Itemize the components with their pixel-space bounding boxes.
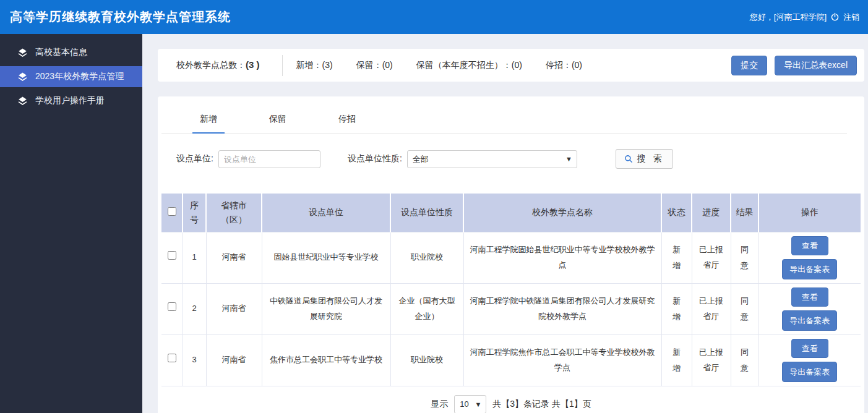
header-result: 结果	[731, 194, 758, 232]
export-record-button[interactable]: 导出备案表	[782, 310, 837, 331]
stats-divider	[282, 55, 283, 76]
sidebar-item-user-manual[interactable]: 学校用户操作手册	[0, 90, 142, 111]
cell-status: 新增	[661, 283, 692, 334]
layers-icon	[17, 72, 28, 82]
tabs: 新增 保留 停招	[161, 108, 847, 134]
stats-buttons: 提交 导出汇总表excel	[731, 56, 857, 75]
header-status: 状态	[661, 194, 692, 232]
content-panel: 新增 保留 停招 设点单位: 设点单位性质: 全部 ▼	[158, 96, 864, 413]
submit-button[interactable]: 提交	[731, 56, 767, 75]
tab-stop[interactable]: 停招	[331, 108, 363, 134]
header-nature: 设点单位性质	[390, 194, 463, 232]
cell-actions: 查看 导出备案表	[758, 283, 861, 334]
cell-progress: 已上报省厅	[692, 232, 731, 283]
stat-new: 新增：(3)	[296, 60, 333, 71]
header-point-name: 校外教学点名称	[463, 194, 661, 232]
search-button-label: 搜 索	[637, 153, 664, 164]
tab-retain[interactable]: 保留	[262, 108, 294, 134]
table-row: 2 河南省 中铁隧道局集团有限公司人才发展研究院 企业（国有大型企业） 河南工程…	[161, 283, 861, 334]
stat-value: (3)	[322, 60, 333, 70]
cell-actions: 查看 导出备案表	[758, 232, 861, 283]
cell-seq: 2	[183, 283, 206, 334]
cell-unit: 中铁隧道局集团有限公司人才发展研究院	[262, 283, 390, 334]
header-checkbox-cell	[161, 194, 183, 232]
row-checkbox[interactable]	[168, 251, 176, 260]
user-greeting: 您好，[河南工程学院]	[750, 12, 827, 23]
cell-nature: 职业院校	[390, 232, 463, 283]
cell-point-name: 河南工程学院焦作市总工会职工中等专业学校校外教学点	[463, 334, 661, 386]
table-row: 3 河南省 焦作市总工会职工中等专业学校 职业院校 河南工程学院焦作市总工会职工…	[161, 334, 861, 386]
unit-input[interactable]	[218, 150, 320, 168]
header-seq: 序号	[183, 194, 206, 232]
unit-label: 设点单位:	[176, 153, 213, 164]
layers-icon	[17, 48, 28, 58]
header-progress: 进度	[692, 194, 731, 232]
page-size-label: 显示	[431, 399, 448, 410]
cell-unit: 固始县世纪职业中等专业学校	[262, 232, 390, 283]
stat-total-label: 校外教学点总数：	[176, 60, 246, 70]
sidebar-item-2023-teaching-points[interactable]: 2023年校外教学点管理	[0, 66, 142, 87]
stats-panel: 校外教学点总数：(3 ) 新增：(3) 保留：(0) 保留（本年度不招生）：(0…	[158, 49, 864, 82]
cell-seq: 1	[183, 232, 206, 283]
row-checkbox[interactable]	[168, 354, 176, 362]
layers-icon	[17, 96, 28, 106]
cell-actions: 查看 导出备案表	[758, 334, 861, 386]
power-icon[interactable]	[830, 12, 840, 22]
nature-select[interactable]: 全部	[407, 150, 577, 168]
teaching-points-table: 序号 省辖市（区） 设点单位 设点单位性质 校外教学点名称 状态 进度 结果 操…	[161, 194, 861, 386]
sidebar-item-label: 高校基本信息	[35, 47, 87, 58]
cell-nature: 企业（国有大型企业）	[390, 283, 463, 334]
header-city: 省辖市（区）	[206, 194, 262, 232]
stat-retain-no-enroll: 保留（本年度不招生）：(0)	[416, 60, 522, 71]
search-button[interactable]: 搜 索	[616, 149, 673, 169]
table-container: 序号 省辖市（区） 设点单位 设点单位性质 校外教学点名称 状态 进度 结果 操…	[161, 194, 861, 386]
stat-total: 校外教学点总数：(3 )	[176, 59, 260, 71]
sidebar-item-university-info[interactable]: 高校基本信息	[0, 42, 142, 63]
cell-checkbox	[161, 283, 183, 334]
export-record-button[interactable]: 导出备案表	[782, 362, 837, 382]
search-form: 设点单位: 设点单位性质: 全部 ▼ 搜 索	[176, 149, 864, 169]
export-summary-excel-button[interactable]: 导出汇总表excel	[775, 56, 857, 75]
cell-nature: 职业院校	[390, 334, 463, 386]
sidebar: 高校基本信息 2023年校外教学点管理 学校用户操作手册	[0, 34, 142, 413]
page-size-select[interactable]: 10	[454, 395, 486, 413]
cell-result: 同意	[731, 334, 758, 386]
stat-value: (0)	[572, 60, 582, 70]
page-size-select-wrap: 10 ▼	[454, 395, 486, 413]
cell-status: 新增	[661, 334, 692, 386]
cell-status: 新增	[661, 232, 692, 283]
nature-label: 设点单位性质:	[348, 153, 402, 164]
cell-unit: 焦作市总工会职工中等专业学校	[262, 334, 390, 386]
cell-progress: 已上报省厅	[692, 334, 731, 386]
stat-label: 保留：	[356, 60, 382, 70]
logout-link[interactable]: 注销	[843, 12, 859, 23]
select-all-checkbox[interactable]	[168, 207, 176, 216]
view-button[interactable]: 查看	[791, 236, 828, 255]
table-row: 1 河南省 固始县世纪职业中等专业学校 职业院校 河南工程学院固始县世纪职业中等…	[161, 232, 861, 283]
cell-seq: 3	[183, 334, 206, 386]
user-area: 您好，[河南工程学院] 注销	[750, 12, 859, 23]
cell-progress: 已上报省厅	[692, 283, 731, 334]
row-checkbox[interactable]	[168, 302, 176, 311]
cell-checkbox	[161, 232, 183, 283]
app-title: 高等学历继续教育校外教学点管理系统	[10, 9, 231, 25]
search-icon	[624, 155, 633, 163]
cell-city: 河南省	[206, 334, 262, 386]
view-button[interactable]: 查看	[791, 339, 828, 358]
sidebar-item-label: 学校用户操作手册	[35, 95, 105, 106]
cell-checkbox	[161, 334, 183, 386]
nature-select-wrap: 全部 ▼	[407, 150, 577, 168]
export-record-button[interactable]: 导出备案表	[782, 259, 837, 279]
tabs-container: 新增 保留 停招	[158, 96, 864, 134]
stat-label: 新增：	[296, 60, 322, 70]
record-summary: 共【3】条记录 共【1】页	[492, 399, 591, 410]
stat-total-value: (3 )	[246, 59, 260, 70]
sidebar-item-label: 2023年校外教学点管理	[35, 71, 124, 82]
cell-city: 河南省	[206, 283, 262, 334]
stats-summary: 校外教学点总数：(3 ) 新增：(3) 保留：(0) 保留（本年度不招生）：(0…	[176, 55, 731, 76]
tab-new[interactable]: 新增	[192, 108, 225, 134]
cell-result: 同意	[731, 232, 758, 283]
cell-result: 同意	[731, 283, 758, 334]
view-button[interactable]: 查看	[791, 287, 828, 307]
table-header-row: 序号 省辖市（区） 设点单位 设点单位性质 校外教学点名称 状态 进度 结果 操…	[161, 194, 861, 232]
